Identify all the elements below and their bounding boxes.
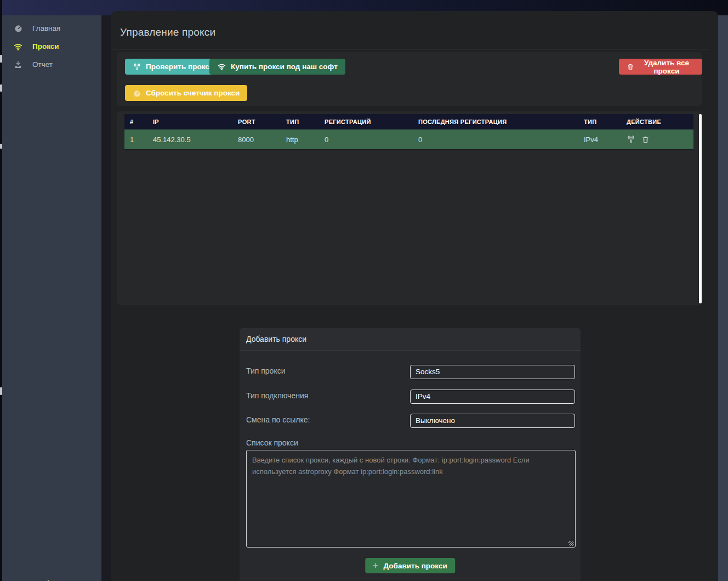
scroll-tick <box>0 55 2 63</box>
link-change-label: Смена по ссылке: <box>246 415 310 424</box>
table-row: 1 45.142.30.5 8000 http 0 0 IPv4 <box>124 129 693 150</box>
cell-ip: 45.142.30.5 <box>149 136 234 144</box>
broadcast-tower-icon <box>133 63 141 71</box>
cell-last-registration: 0 <box>414 136 579 144</box>
reset-counter-label: Сбросить счетчик прокси <box>146 89 240 97</box>
connection-type-label: Тип подключения <box>246 391 308 400</box>
sidebar-item-main[interactable]: Главная <box>0 19 101 37</box>
add-proxy-button[interactable]: +Добавить прокси <box>365 558 455 573</box>
add-proxy-label: Добавить прокси <box>384 562 447 570</box>
cell-port: 8000 <box>234 136 282 144</box>
add-proxy-card: Добавить прокси Тип прокси Socks5 Тип по… <box>240 328 581 581</box>
cell-type: http <box>282 136 320 144</box>
delete-proxy-row-button[interactable] <box>641 136 650 144</box>
plus-icon: + <box>373 561 378 571</box>
main-panel: Управление прокси Проверить прокси Купит… <box>111 11 718 581</box>
trash-icon <box>627 63 634 71</box>
download-icon <box>13 60 23 69</box>
col-header-type: ТИП <box>282 119 320 125</box>
sidebar-item-label: Отчет <box>32 60 53 69</box>
cell-actions <box>622 135 693 144</box>
delete-all-proxies-button[interactable]: Удалить все прокси <box>619 59 702 75</box>
cell-registrations: 0 <box>320 136 414 144</box>
check-proxies-button[interactable]: Проверить прокси <box>125 59 221 75</box>
proxy-table: # IP PORT ТИП РЕГИСТРАЦИЙ ПОСЛЕДНЯЯ РЕГИ… <box>124 114 693 150</box>
tachometer-icon <box>13 24 23 33</box>
proxy-type-select[interactable]: Socks5 <box>410 365 575 379</box>
check-proxy-row-button[interactable] <box>627 135 635 144</box>
col-header-registrations: РЕГИСТРАЦИЙ <box>320 119 414 125</box>
cell-conn-type: IPv4 <box>579 136 622 144</box>
col-header-ip: IP <box>149 119 234 125</box>
col-header-port: PORT <box>234 119 282 125</box>
sidebar-item-label: Прокси <box>32 42 59 50</box>
col-header-action: ДЕЙСТВИЕ <box>622 119 693 125</box>
divider <box>240 578 581 578</box>
add-proxy-title: Добавить прокси <box>240 328 581 351</box>
proxy-list-textarea[interactable] <box>246 450 576 548</box>
proxy-list-label: Список прокси <box>246 438 298 447</box>
connection-type-select[interactable]: IPv4 <box>410 390 575 404</box>
buy-proxies-button[interactable]: Купить прокси под наш софт <box>209 59 345 75</box>
scroll-tick <box>0 387 2 395</box>
cell-num: 1 <box>124 136 149 144</box>
delete-all-proxies-label: Удалить все прокси <box>639 59 695 75</box>
sidebar: Главная Прокси Отчет ← <box>0 15 101 581</box>
buy-proxies-label: Купить прокси под наш софт <box>231 63 338 71</box>
wifi-icon <box>217 62 226 71</box>
col-header-conn-type: ТИП <box>579 119 622 125</box>
link-change-select[interactable]: Выключено <box>410 414 575 428</box>
sidebar-item-label: Главная <box>32 24 60 32</box>
col-header-last-registration: ПОСЛЕДНЯЯ РЕГИСТРАЦИЯ <box>414 119 579 125</box>
tachometer-icon <box>133 89 141 98</box>
app-window: Главная Прокси Отчет ← Управление прок <box>0 0 728 581</box>
col-header-num: # <box>124 119 149 125</box>
left-edge-scroll-strip[interactable] <box>0 0 2 581</box>
page-title: Управление прокси <box>120 26 215 38</box>
sidebar-item-proxy[interactable]: Прокси <box>0 37 101 55</box>
check-proxies-label: Проверить прокси <box>146 63 214 71</box>
wifi-icon <box>13 42 23 52</box>
scroll-tick <box>0 84 2 92</box>
table-scrollbar[interactable] <box>699 114 702 303</box>
proxy-table-card: # IP PORT ТИП РЕГИСТРАЦИЙ ПОСЛЕДНЯЯ РЕГИ… <box>117 111 702 305</box>
divider <box>112 49 708 49</box>
proxy-type-label: Тип прокси <box>246 366 285 375</box>
table-header-row: # IP PORT ТИП РЕГИСТРАЦИЙ ПОСЛЕДНЯЯ РЕГИ… <box>124 114 693 129</box>
reset-counter-button[interactable]: Сбросить счетчик прокси <box>125 85 247 101</box>
scroll-tick <box>0 144 2 149</box>
proxy-toolbar: Проверить прокси Купить прокси под наш с… <box>117 52 702 106</box>
collapse-sidebar-button[interactable]: ← <box>45 574 55 581</box>
sidebar-item-report[interactable]: Отчет <box>0 55 101 74</box>
